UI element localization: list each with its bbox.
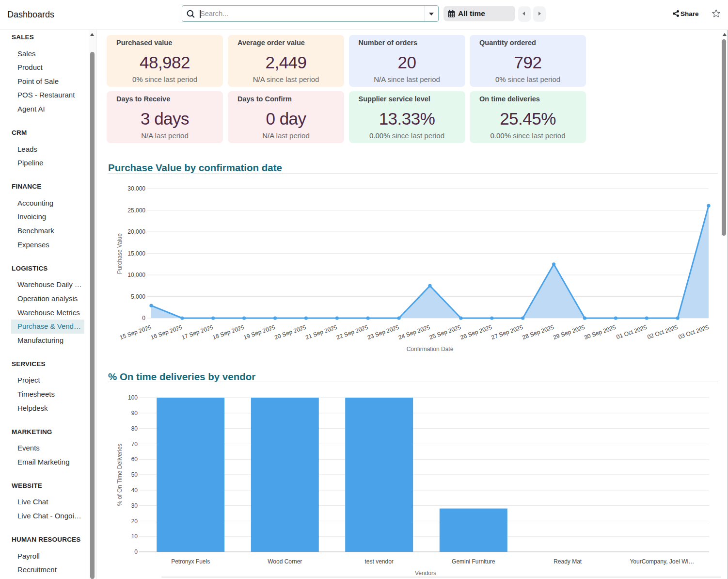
svg-text:20: 20: [131, 518, 138, 525]
svg-text:YourCompany, Joel Wi…: YourCompany, Joel Wi…: [630, 558, 694, 565]
svg-text:22 Sep 2025: 22 Sep 2025: [335, 323, 369, 341]
svg-text:Petronyx Fuels: Petronyx Fuels: [171, 558, 210, 565]
svg-text:10,000: 10,000: [127, 272, 145, 278]
svg-text:30: 30: [131, 502, 138, 509]
svg-text:28 Sep 2025: 28 Sep 2025: [522, 323, 555, 341]
svg-text:20,000: 20,000: [127, 228, 145, 235]
svg-text:21 Sep 2025: 21 Sep 2025: [304, 323, 338, 341]
svg-text:test vendor: test vendor: [365, 558, 394, 565]
svg-text:0: 0: [134, 548, 138, 555]
svg-text:70: 70: [131, 441, 138, 448]
svg-text:01 Oct 2025: 01 Oct 2025: [616, 323, 648, 340]
svg-text:90: 90: [131, 410, 138, 417]
svg-text:25,000: 25,000: [127, 207, 145, 214]
svg-text:20 Sep 2025: 20 Sep 2025: [273, 323, 307, 341]
svg-text:10: 10: [131, 533, 138, 540]
svg-text:Ready Mat: Ready Mat: [554, 558, 582, 565]
svg-text:5,000: 5,000: [131, 293, 145, 300]
svg-text:19 Sep 2025: 19 Sep 2025: [243, 323, 276, 341]
svg-text:Purchase Value: Purchase Value: [116, 233, 123, 274]
svg-text:15,000: 15,000: [127, 250, 145, 257]
svg-text:50: 50: [131, 471, 138, 478]
svg-text:80: 80: [131, 425, 138, 432]
svg-text:30,000: 30,000: [127, 185, 145, 192]
svg-text:29 Sep 2025: 29 Sep 2025: [552, 323, 586, 341]
svg-text:24 Sep 2025: 24 Sep 2025: [397, 323, 431, 341]
svg-text:30 Sep 2025: 30 Sep 2025: [583, 323, 617, 341]
svg-text:60: 60: [131, 456, 138, 463]
svg-text:Confirmation Date: Confirmation Date: [407, 346, 454, 353]
svg-text:40: 40: [131, 487, 138, 494]
svg-text:17 Sep 2025: 17 Sep 2025: [181, 323, 214, 341]
svg-text:Wood Corner: Wood Corner: [268, 558, 302, 565]
svg-text:18 Sep 2025: 18 Sep 2025: [212, 323, 245, 341]
svg-text:Vendors: Vendors: [415, 570, 436, 577]
svg-text:27 Sep 2025: 27 Sep 2025: [491, 323, 524, 341]
svg-text:26 Sep 2025: 26 Sep 2025: [459, 323, 493, 341]
svg-text:02 Oct 2025: 02 Oct 2025: [647, 323, 679, 340]
svg-text:25 Sep 2025: 25 Sep 2025: [428, 323, 462, 341]
svg-text:03 Oct 2025: 03 Oct 2025: [678, 323, 710, 340]
svg-text:0: 0: [142, 315, 145, 322]
svg-text:Gemini Furniture: Gemini Furniture: [452, 558, 495, 565]
svg-text:100: 100: [128, 394, 138, 401]
svg-text:16 Sep 2025: 16 Sep 2025: [150, 323, 183, 341]
svg-text:15 Sep 2025: 15 Sep 2025: [119, 323, 152, 341]
svg-text:% of On Time Deliveries: % of On Time Deliveries: [116, 444, 123, 506]
svg-text:23 Sep 2025: 23 Sep 2025: [366, 323, 400, 341]
